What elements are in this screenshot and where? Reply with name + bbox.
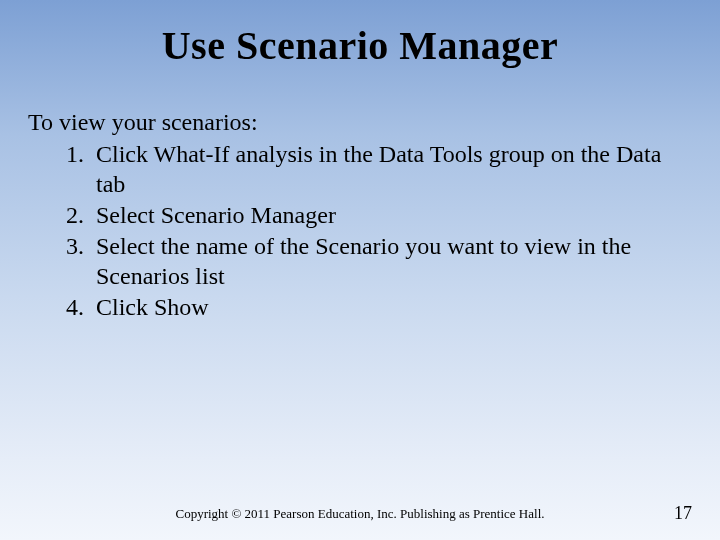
list-item: Select the name of the Scenario you want… <box>90 231 692 291</box>
slide: Use Scenario Manager To view your scenar… <box>0 0 720 540</box>
slide-body: To view your scenarios: Click What-If an… <box>0 69 720 322</box>
intro-text: To view your scenarios: <box>28 107 692 137</box>
slide-title: Use Scenario Manager <box>0 0 720 69</box>
page-number: 17 <box>674 503 692 524</box>
copyright-footer: Copyright © 2011 Pearson Education, Inc.… <box>0 506 720 522</box>
list-item: Select Scenario Manager <box>90 200 692 230</box>
steps-list: Click What-If analysis in the Data Tools… <box>28 139 692 322</box>
list-item: Click What-If analysis in the Data Tools… <box>90 139 692 199</box>
list-item: Click Show <box>90 292 692 322</box>
